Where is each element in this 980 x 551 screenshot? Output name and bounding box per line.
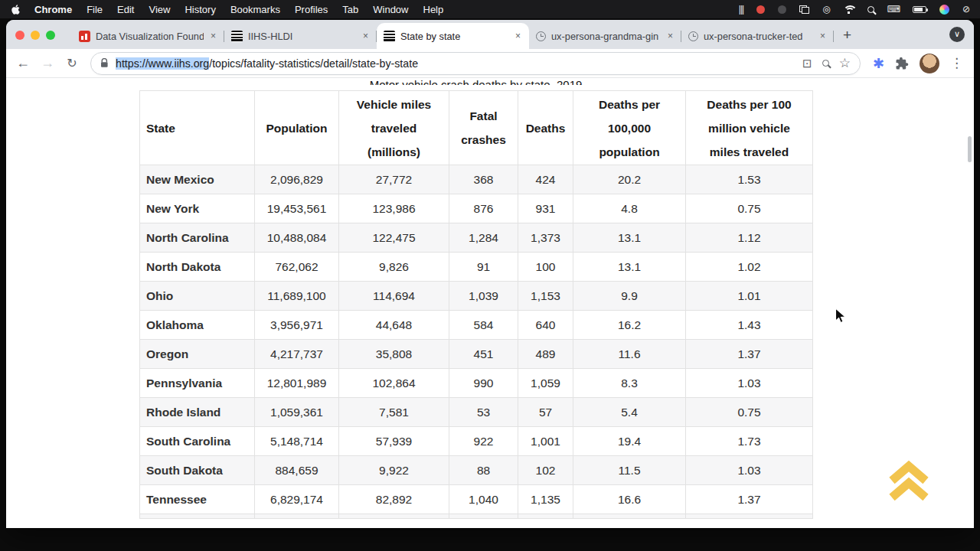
tab-title: ux-persona-grandma-gin (551, 31, 661, 42)
value-cell: 35,808 (339, 340, 449, 369)
tab-close-icon[interactable]: × (818, 31, 827, 41)
lens-select-icon[interactable]: ⊡ (802, 57, 812, 70)
browser-tab[interactable]: Data Visualization Founda× (72, 23, 224, 49)
value-cell: 1,040 (449, 485, 518, 514)
value-cell: 122,475 (339, 223, 449, 253)
value-cell: 1.53 (686, 165, 813, 194)
state-fatality-table: StatePopulationVehicle miles traveled (m… (139, 90, 813, 519)
value-cell: 5,148,714 (255, 427, 339, 456)
apple-menu-icon[interactable] (11, 4, 21, 15)
state-table-header-row: StatePopulationVehicle miles traveled (m… (140, 91, 813, 165)
screen-mirroring-icon[interactable] (799, 5, 809, 14)
browser-tab[interactable]: State by state× (377, 23, 529, 49)
vertical-scrollbar-thumb[interactable] (968, 136, 972, 162)
value-cell: 19.4 (573, 427, 686, 456)
tab-close-icon[interactable]: × (666, 31, 675, 41)
tab-close-icon[interactable]: × (361, 31, 370, 41)
value-cell: 1.03 (686, 369, 813, 398)
tab-search-button[interactable]: ∨ (949, 27, 965, 42)
tab-title: IIHS-HLDI (248, 31, 356, 42)
address-bar[interactable]: https://www.iihs.org/topics/fatality-sta… (90, 52, 861, 75)
value-cell: 1.02 (686, 253, 813, 282)
tab-title: State by state (400, 31, 508, 42)
value-cell: 12,801,989 (255, 369, 339, 398)
column-header: Deaths per 100,000 population (573, 91, 686, 165)
value-cell: 1.43 (686, 311, 813, 340)
menu-item-tab[interactable]: Tab (342, 4, 358, 15)
keyboard-icon[interactable]: ⌨ (887, 4, 900, 15)
url-rest-text: /topics/fatality-statistics/detail/state… (209, 57, 418, 70)
profile-avatar[interactable] (920, 54, 939, 73)
value-cell: 762,062 (255, 253, 339, 282)
battery-icon[interactable] (913, 6, 926, 13)
reload-button[interactable]: ↻ (63, 56, 81, 70)
iihs-favicon-icon (384, 31, 395, 42)
app-circle-icon[interactable] (778, 5, 786, 14)
tab-strip: Data Visualization Founda×IIHS-HLDI×Stat… (6, 20, 974, 49)
url-text[interactable]: https://www.iihs.org/topics/fatality-sta… (116, 57, 795, 70)
close-window-button[interactable] (15, 31, 24, 40)
column-header: Deaths per 100 million vehicle miles tra… (686, 91, 813, 165)
menu-item-edit[interactable]: Edit (117, 4, 134, 15)
tab-close-icon[interactable]: × (514, 31, 522, 41)
menu-item-chrome[interactable]: Chrome (34, 4, 72, 15)
siri-icon[interactable] (939, 5, 949, 15)
menu-item-file[interactable]: File (87, 4, 103, 15)
fullscreen-window-button[interactable] (46, 31, 55, 40)
page-content: Motor vehicle crash deaths by state, 201… (6, 78, 974, 527)
browser-tab[interactable]: ux-persona-grandma-gin× (529, 23, 681, 49)
play-circle-icon[interactable]: ◎ (822, 4, 829, 15)
lock-icon[interactable] (100, 58, 109, 68)
minimize-window-button[interactable] (31, 31, 40, 40)
value-cell: 16.2 (573, 311, 686, 340)
value-cell: 123,986 (339, 194, 449, 223)
value-cell: 13.1 (573, 253, 686, 282)
spotlight-search-icon[interactable] (867, 6, 874, 13)
browser-tab[interactable]: ux-persona-trucker-ted× (681, 23, 834, 49)
value-cell: 1,153 (518, 282, 573, 311)
value-cell: 6,829,174 (255, 485, 339, 514)
table-row: New Mexico2,096,82927,77236842420.21.53 (140, 165, 813, 194)
value-cell: 1.01 (686, 282, 813, 311)
value-cell: 9.9 (573, 282, 686, 311)
value-cell: 9,826 (339, 253, 449, 282)
menu-item-view[interactable]: View (149, 4, 170, 15)
double-chevron-up-icon (887, 459, 931, 504)
forward-button[interactable]: → (38, 55, 57, 71)
value-cell: 11.6 (573, 340, 686, 369)
table-row: North Dakota762,0629,8269110013.11.02 (140, 253, 813, 282)
new-tab-button[interactable]: + (843, 27, 851, 44)
browser-tab[interactable]: IIHS-HLDI× (224, 23, 377, 49)
back-to-top-button[interactable] (887, 459, 931, 507)
value-cell: 100 (518, 253, 573, 282)
value-cell: 9,922 (339, 456, 449, 485)
extension-pinwheel-icon[interactable]: ✱ (873, 55, 884, 72)
browser-toolbar: ← → ↻ https://www.iihs.org/topics/fatali… (6, 49, 974, 78)
tab-close-icon[interactable]: × (209, 31, 217, 41)
menu-item-bookmarks[interactable]: Bookmarks (230, 4, 280, 15)
menu-item-help[interactable]: Help (423, 4, 444, 15)
value-cell: 4,217,737 (255, 340, 339, 369)
history-favicon-icon (536, 31, 546, 41)
value-cell: 102,864 (339, 369, 449, 398)
state-name-cell: New Mexico (140, 165, 255, 194)
menu-item-history[interactable]: History (185, 4, 215, 15)
browser-menu-icon[interactable]: ⋮ (950, 55, 963, 71)
table-row: Tennessee6,829,17482,8921,0401,13516.61.… (140, 485, 813, 514)
extensions-puzzle-icon[interactable] (895, 57, 909, 70)
record-app-icon[interactable] (756, 5, 765, 14)
do-not-disturb-icon[interactable]: ⊘ (962, 4, 969, 15)
value-cell: 13.1 (573, 223, 686, 253)
menu-item-profiles[interactable]: Profiles (295, 4, 328, 15)
window-manager-icon[interactable]: ||| (739, 4, 743, 15)
chart-favicon-icon (79, 31, 90, 42)
state-name-cell: South Carolina (140, 427, 255, 456)
column-header: State (140, 91, 255, 165)
back-button[interactable]: ← (14, 55, 32, 71)
bookmark-star-icon[interactable]: ☆ (839, 55, 851, 71)
url-selected-text: https://www.iihs.org (116, 57, 209, 70)
menu-item-window[interactable]: Window (373, 4, 408, 15)
zoom-icon[interactable] (822, 60, 829, 67)
wifi-icon[interactable] (843, 5, 854, 14)
column-header: Fatal crashes (449, 91, 518, 165)
